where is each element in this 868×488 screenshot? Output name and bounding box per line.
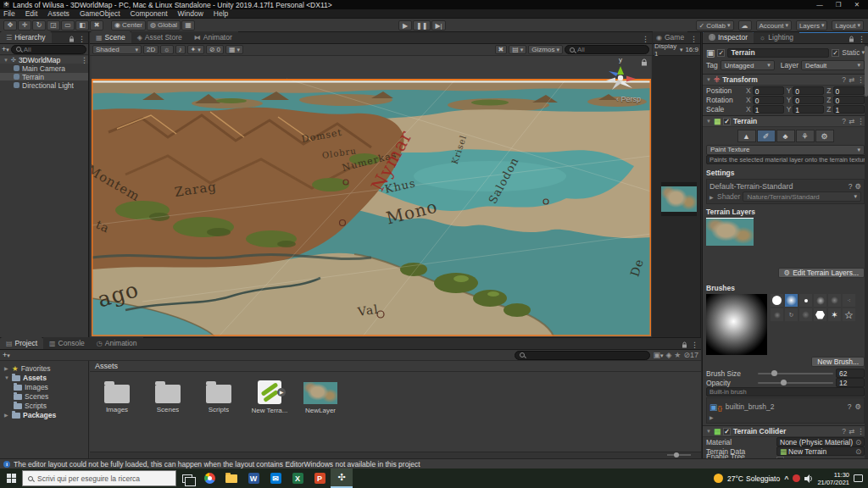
taskbar-chrome[interactable]	[198, 469, 220, 488]
terrain-enabled-checkbox[interactable]: ✓	[723, 118, 731, 125]
pivot-center-button[interactable]: ◉ Center	[111, 20, 146, 30]
transform-tool-icon[interactable]: ◧	[75, 20, 89, 30]
terrain-data-field[interactable]: ▦New Terrain⊙	[776, 446, 865, 456]
weather-widget[interactable]: 27°CSoleggiato	[727, 474, 780, 483]
pivot-global-button[interactable]: ◍ Global	[147, 20, 181, 30]
opacity-value[interactable]: 12	[836, 378, 865, 387]
tree-scripts[interactable]: Scripts	[0, 401, 88, 410]
menu-component[interactable]: Component	[131, 9, 168, 18]
asset-newlayer[interactable]: NewLayer	[300, 379, 341, 414]
project-search-input[interactable]	[515, 351, 650, 360]
asset-new-terrain[interactable]: ▶ New Terra...	[249, 379, 290, 414]
search-by-label-icon[interactable]: ◈	[665, 351, 671, 359]
hand-tool-icon[interactable]: ✥	[3, 20, 17, 30]
saved-search-star-icon[interactable]: ★	[674, 351, 681, 359]
rotate-tool-icon[interactable]: ↻	[32, 20, 46, 30]
2d-toggle[interactable]: 2D	[143, 45, 159, 54]
help-icon[interactable]: ?	[842, 75, 846, 84]
help-icon[interactable]: ?	[848, 402, 852, 411]
tab-console[interactable]: ▥ Console	[43, 337, 91, 349]
audio-toggle-icon[interactable]: ♪	[175, 45, 186, 54]
start-button[interactable]	[0, 469, 22, 488]
brush-star-outline[interactable]: ☆	[843, 308, 855, 321]
brush-faint-4[interactable]	[799, 308, 812, 321]
menu-help[interactable]: Help	[214, 9, 228, 18]
taskbar-powerpoint[interactable]: P	[309, 469, 331, 488]
step-button[interactable]: ▶|	[431, 20, 445, 30]
tab-animation[interactable]: ◷ Animation	[91, 337, 143, 349]
presets-icon[interactable]: ⇄	[849, 75, 854, 84]
custom-tool-icon[interactable]: ✖	[90, 20, 103, 30]
tree-assets[interactable]: ▼Assets	[0, 373, 88, 382]
search-by-type-icon[interactable]: ▣▾	[653, 351, 663, 359]
component-menu-icon[interactable]: ⋮	[857, 427, 865, 435]
opacity-slider[interactable]	[758, 382, 833, 384]
brush-faint-3[interactable]: ↻	[785, 308, 798, 321]
tab-asset-store[interactable]: ◈ Asset Store	[131, 31, 188, 43]
scale-z-field[interactable]: 1	[833, 105, 865, 114]
rotation-x-field[interactable]: 0	[753, 96, 784, 104]
static-checkbox[interactable]: ✓	[832, 49, 839, 57]
gear-icon[interactable]: ⚙	[854, 402, 861, 411]
tab-hierarchy[interactable]: ☰Hierarchy	[0, 31, 52, 43]
terrain-paint-icon[interactable]: ✐	[757, 130, 776, 142]
status-bar[interactable]: i The editor layout could not be fully l…	[0, 458, 868, 469]
create-button[interactable]: +▾	[2, 45, 9, 53]
taskbar-word[interactable]: W	[242, 469, 264, 488]
hierarchy-scene-row[interactable]: ▼ ✣ 3DWorldMap ⋮	[0, 56, 88, 64]
position-z-field[interactable]: 0	[833, 86, 865, 95]
component-menu-icon[interactable]: ⋮	[857, 75, 865, 84]
create-asset-button[interactable]: +▾	[3, 351, 10, 359]
terrain-component-header[interactable]: ▼ ▦ ✓ Terrain ? ⇄ ⋮	[703, 115, 868, 127]
camera-settings-icon[interactable]: ▤▾	[509, 45, 526, 54]
cloud-icon[interactable]: ☁	[738, 20, 752, 30]
lock-icon[interactable]	[69, 36, 75, 42]
brush-faint-1[interactable]	[828, 294, 841, 307]
hierarchy-item-terrain[interactable]: Terrain	[0, 73, 88, 80]
rect-tool-icon[interactable]: ▭	[61, 20, 75, 30]
taskbar-clock[interactable]: 11:30 21/07/2021	[817, 471, 849, 486]
panel-menu-icon[interactable]: ⋮	[690, 35, 698, 43]
terrain-settings-icon[interactable]: ⚙	[815, 130, 834, 142]
taskbar-explorer[interactable]	[220, 469, 242, 488]
scale-y-field[interactable]: 1	[793, 105, 824, 114]
gameobject-name-field[interactable]: Terrain	[727, 48, 829, 58]
brush-circle-hard[interactable]	[771, 294, 783, 307]
aspect-ratio-dropdown[interactable]: 16:9	[685, 46, 698, 53]
static-dropdown[interactable]: Static▾	[842, 48, 865, 57]
scale-x-field[interactable]: 1	[753, 105, 784, 114]
weather-sun-icon[interactable]	[714, 474, 723, 483]
menu-edit[interactable]: Edit	[25, 9, 38, 18]
tree-favorites[interactable]: ▶★Favorites	[0, 363, 88, 373]
gear-icon[interactable]: ⚙	[854, 182, 861, 191]
tab-scene[interactable]: ▦ Scene	[90, 31, 131, 43]
asset-folder-scenes[interactable]: Scenes	[147, 379, 188, 413]
taskbar-excel[interactable]: X	[287, 469, 309, 488]
display-dropdown[interactable]: Display 1▾	[654, 42, 682, 58]
move-tool-icon[interactable]: ✛	[18, 20, 31, 30]
brush-dot[interactable]	[799, 294, 812, 307]
tree-images[interactable]: Images	[0, 382, 88, 391]
menu-window[interactable]: Window	[178, 9, 203, 18]
help-icon[interactable]: ?	[842, 117, 846, 125]
account-dropdown[interactable]: Account▾	[756, 20, 792, 30]
collider-material-field[interactable]: None (Physic Material)⊙	[776, 437, 865, 446]
transform-component-header[interactable]: ▼ ⁜ Transform ? ⇄ ⋮	[703, 74, 868, 86]
position-y-field[interactable]: 0	[793, 86, 824, 95]
menu-gameobject[interactable]: GameObject	[80, 9, 120, 18]
panel-menu-icon[interactable]: ⋮	[78, 35, 86, 43]
perspective-label[interactable]: ‹ Persp	[616, 95, 641, 103]
collider-enabled-checkbox[interactable]: ✓	[723, 428, 731, 435]
minimize-button[interactable]: —	[810, 1, 829, 8]
taskbar-unity-active[interactable]: ✣	[331, 469, 353, 488]
layers-dropdown[interactable]: Layers▾	[796, 20, 828, 30]
task-view-button[interactable]	[176, 469, 198, 488]
terrain-layer-thumbnail[interactable]	[706, 218, 754, 246]
edit-terrain-layers-button[interactable]: ⚙Edit Terrain Layers...	[778, 268, 865, 278]
asset-folder-images[interactable]: Images	[97, 379, 137, 413]
asset-folder-scripts[interactable]: Scripts	[198, 379, 239, 413]
menu-file[interactable]: File	[3, 9, 15, 18]
grid-snap-icon[interactable]: ▦	[181, 20, 195, 30]
terrain-trees-icon[interactable]: ♣	[776, 130, 795, 142]
scene-viewport[interactable]: DomsetOlobruNumerkasNymarKriselKhusMonoS…	[92, 56, 651, 336]
